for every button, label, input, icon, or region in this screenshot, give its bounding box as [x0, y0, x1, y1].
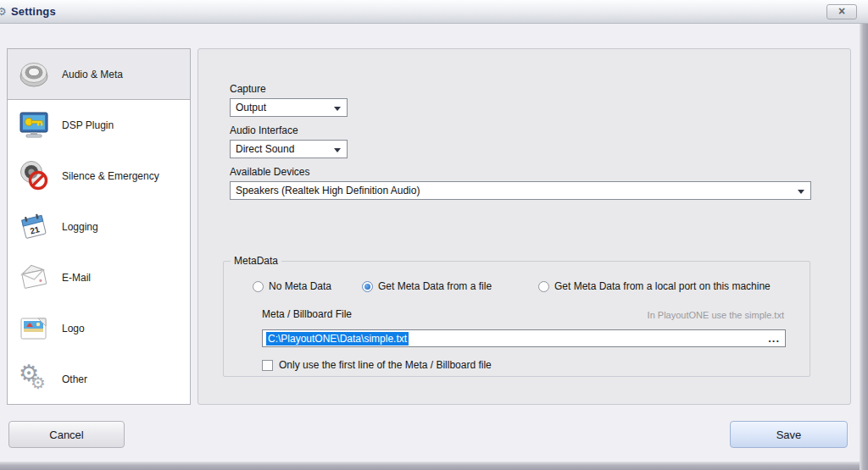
capture-label: Capture	[230, 83, 266, 95]
audio-interface-label: Audio Interface	[230, 124, 298, 136]
sidebar-item-label: Logging	[62, 221, 98, 233]
window-frame-right	[860, 24, 868, 470]
radio-meta-from-file[interactable]: Get Meta Data from a file	[362, 280, 492, 292]
audio-interface-value: Direct Sound	[236, 143, 294, 155]
sidebar-item-dsp-plugin[interactable]: DSP Plugin	[8, 100, 190, 151]
metadata-legend: MetaData	[231, 255, 281, 267]
sidebar-item-label: Logo	[62, 323, 85, 335]
cancel-button-label: Cancel	[49, 429, 83, 441]
cancel-button[interactable]: Cancel	[8, 421, 125, 448]
radio-icon-checked[interactable]	[362, 281, 373, 292]
calendar-icon: 21	[18, 211, 50, 243]
sidebar-item-logging[interactable]: 21 Logging	[8, 202, 190, 252]
radio-no-meta-data[interactable]: No Meta Data	[253, 280, 331, 292]
radio-meta-from-local-port[interactable]: Get Meta Data from a local port on this …	[538, 280, 771, 292]
metadata-groupbox: MetaData No Meta Data Get Meta Data from…	[223, 261, 810, 377]
speaker-icon	[18, 58, 50, 91]
meta-file-path-value: C:\PlayoutONE\Data\simple.txt	[266, 332, 409, 346]
chevron-down-icon	[798, 190, 804, 194]
app-icon: ⚙	[0, 5, 10, 19]
picture-icon	[18, 312, 50, 345]
sidebar-item-audio-meta[interactable]: Audio & Meta	[8, 49, 190, 100]
save-button[interactable]: Save	[730, 421, 848, 448]
sidebar-item-label: Other	[62, 373, 87, 385]
sidebar-item-label: E-Mail	[62, 272, 91, 284]
sidebar-item-label: Audio & Meta	[62, 69, 123, 80]
meta-billboard-file-label: Meta / Billboard File	[262, 308, 352, 320]
sidebar-item-other[interactable]: ⚙ ⚙ Other	[8, 354, 190, 405]
radio-label: Get Meta Data from a file	[378, 280, 492, 292]
window-title: Settings	[11, 5, 56, 18]
sidebar-item-email[interactable]: E-Mail	[8, 252, 190, 303]
available-devices-dropdown[interactable]: Speakers (Realtek High Definition Audio)	[230, 181, 811, 200]
muted-speaker-icon	[18, 160, 50, 192]
settings-dialog: ⚙ Settings × Audio & Meta	[0, 0, 868, 470]
radio-label: No Meta Data	[269, 280, 331, 292]
dsp-monitor-icon	[18, 109, 50, 141]
close-button[interactable]: ×	[826, 4, 857, 19]
sidebar-item-silence-emergency[interactable]: Silence & Emergency	[8, 151, 190, 202]
sidebar: Audio & Meta DSP Plugin	[7, 48, 191, 405]
gears-icon: ⚙ ⚙	[18, 363, 50, 395]
meta-billboard-file-input[interactable]: C:\PlayoutONE\Data\simple.txt ...	[262, 329, 786, 347]
radio-label: Get Meta Data from a local port on this …	[554, 280, 771, 292]
audio-interface-dropdown[interactable]: Direct Sound	[230, 140, 348, 158]
available-devices-label: Available Devices	[230, 166, 310, 178]
chevron-down-icon	[334, 107, 341, 111]
available-devices-value: Speakers (Realtek High Definition Audio)	[236, 185, 420, 196]
first-line-checkbox-row[interactable]: Only use the first line of the Meta / Bi…	[262, 359, 492, 371]
capture-value: Output	[236, 102, 266, 113]
chevron-down-icon	[334, 148, 341, 152]
close-icon: ×	[838, 4, 845, 18]
radio-icon[interactable]	[538, 281, 549, 292]
radio-icon[interactable]	[253, 281, 264, 292]
save-button-label: Save	[776, 429, 802, 441]
main-panel: Capture Output Audio Interface Direct So…	[198, 48, 851, 405]
envelope-icon	[18, 262, 50, 294]
sidebar-item-label: Silence & Emergency	[62, 170, 159, 182]
meta-file-hint: In PlayoutONE use the simple.txt	[648, 310, 784, 320]
checkbox-icon[interactable]	[262, 360, 273, 371]
title-bar[interactable]: ⚙ Settings ×	[0, 0, 868, 24]
window-frame-bottom	[0, 462, 860, 470]
capture-dropdown[interactable]: Output	[230, 98, 348, 117]
sidebar-item-logo[interactable]: Logo	[8, 303, 190, 354]
checkbox-label: Only use the first line of the Meta / Bi…	[279, 359, 492, 371]
sidebar-item-label: DSP Plugin	[62, 119, 114, 131]
browse-ellipsis-button[interactable]: ...	[768, 331, 780, 346]
